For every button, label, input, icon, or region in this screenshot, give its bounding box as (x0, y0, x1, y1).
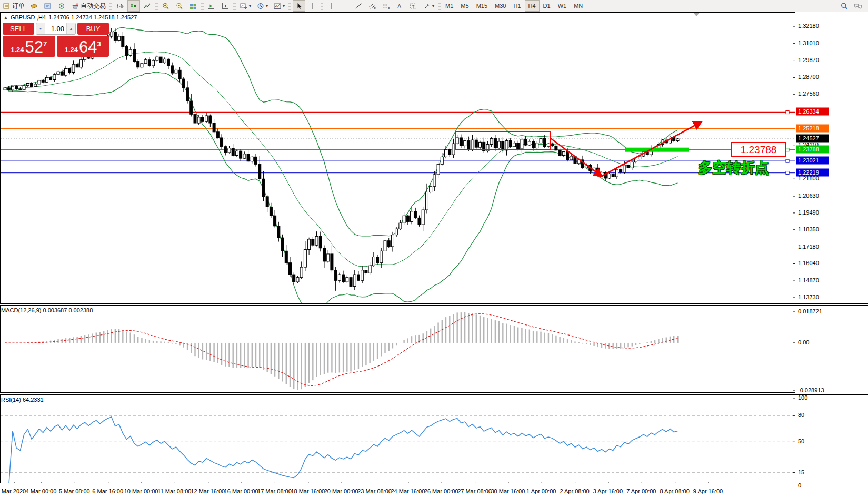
volume-down-arrow-icon[interactable]: ▼ (36, 23, 45, 34)
indicators-button[interactable]: ▾ (271, 0, 287, 12)
candlestick-chart[interactable] (1, 13, 795, 303)
cursor-button[interactable] (293, 0, 305, 12)
zoom-out-icon (175, 2, 184, 10)
time-label: 9 Apr 16:00 (693, 488, 723, 494)
toolbar-grip[interactable] (201, 2, 204, 10)
signal-button[interactable] (55, 0, 68, 12)
search-icon (840, 2, 849, 10)
current-price-badge[interactable]: 1.24527 (796, 135, 829, 143)
editor-button[interactable] (42, 0, 54, 12)
toolbar-group-file: 订单自动交易 (0, 0, 108, 12)
tf-H1[interactable]: H1 (510, 0, 524, 12)
arrows-button[interactable]: ▾ (421, 0, 436, 12)
volume-value[interactable]: 1.00 (45, 23, 66, 34)
tf-H4[interactable]: H4 (525, 0, 540, 12)
equidistant-channel-button[interactable]: E (366, 0, 378, 12)
zoom-out-button[interactable] (173, 0, 186, 12)
chart-bars-button[interactable] (114, 0, 126, 12)
text-button[interactable]: A (393, 0, 406, 12)
macd-tick: 0.00 (798, 339, 809, 345)
sell-price-display[interactable]: 1.24 52 7 (3, 36, 55, 57)
macd-chart[interactable] (1, 306, 795, 392)
toolbar-grip[interactable] (155, 2, 158, 10)
svg-text:F: F (388, 7, 390, 10)
price-tick: 1.29870 (798, 57, 819, 63)
sell-button[interactable]: SELL (3, 23, 34, 35)
time-label: 24 Mar 16:00 (391, 488, 425, 494)
new-chart-button[interactable]: ▾ (237, 0, 253, 12)
chat-button[interactable] (852, 0, 864, 12)
price-callout[interactable]: 1.23788 (731, 142, 786, 157)
tf-M5[interactable]: M5 (457, 0, 472, 12)
level-price-badge[interactable]: 1.23788 (796, 145, 829, 153)
vertical-line-icon (327, 2, 335, 10)
tile-windows-icon (189, 2, 197, 10)
rsi-tick: 80 (798, 412, 804, 418)
buy-price-display[interactable]: 1.24 64 3 (57, 36, 109, 57)
auto-scroll-button[interactable] (219, 0, 232, 12)
level-price-badge[interactable]: 1.22219 (796, 168, 829, 176)
chart-shift-button[interactable] (205, 0, 218, 12)
editor-icon (44, 2, 52, 10)
toolbar-group-chart-type (113, 0, 154, 12)
horizontal-line-button[interactable] (338, 0, 351, 12)
autotrade-icon (71, 2, 79, 10)
tf-D1[interactable]: D1 (540, 0, 554, 12)
level-price-badge[interactable]: 1.23021 (796, 157, 829, 165)
equidistant-channel-icon: E (368, 2, 376, 10)
macd-label: MACD(12,26,9) 0.003687 0.002388 (1, 307, 93, 313)
trendline-button[interactable] (352, 0, 365, 12)
volume-stepper[interactable]: ▼ 1.00 ▲ (36, 23, 76, 35)
toolbar-grip[interactable] (233, 2, 236, 10)
crosshair-button[interactable] (306, 0, 319, 12)
level-price-badge[interactable]: 1.25218 (796, 124, 829, 132)
autotrading-button[interactable]: 自动交易 (69, 0, 108, 12)
tf-W1[interactable]: W1 (554, 0, 571, 12)
tf-M15[interactable]: M15 (473, 0, 491, 12)
auto-scroll-icon (221, 2, 230, 10)
price-tick: 1.17180 (798, 243, 819, 250)
toolbar-grip[interactable] (438, 2, 441, 10)
horizontal-line-icon (341, 2, 349, 10)
time-label: 17 Mar 08:00 (257, 488, 292, 494)
chevron-down-icon[interactable]: ▾ (432, 4, 434, 8)
tf-M30[interactable]: M30 (491, 0, 510, 12)
vertical-line-button[interactable] (325, 0, 337, 12)
chevron-down-icon[interactable]: ▾ (249, 4, 251, 8)
text-icon: A (395, 2, 404, 10)
time-label: 12 Mar 16:00 (191, 488, 225, 494)
tile-windows-button[interactable] (187, 0, 199, 12)
macd-pane[interactable] (0, 306, 795, 393)
time-label: 10 Mar 00:00 (124, 488, 158, 494)
toolbar-grip[interactable] (288, 2, 291, 10)
toolbar-group-objects: ▾▾▾ (237, 0, 287, 12)
periods-button[interactable]: ▾ (254, 0, 270, 12)
chart-shift-icon (207, 2, 216, 10)
zoom-in-button[interactable] (159, 0, 172, 12)
tf-MN[interactable]: MN (570, 0, 586, 12)
chevron-down-icon[interactable]: ▾ (266, 4, 268, 8)
chevron-down-icon[interactable]: ▾ (283, 4, 285, 8)
tag-button[interactable] (28, 0, 41, 12)
toolbar-grip[interactable] (321, 2, 323, 10)
chart-candles-button[interactable] (127, 0, 140, 12)
fibonacci-button[interactable]: F (380, 0, 392, 12)
chart-line-button[interactable] (141, 0, 154, 12)
main-chart-pane[interactable] (0, 12, 795, 303)
time-label: Mar 2020 (2, 488, 26, 494)
text-label-button[interactable]: T (407, 0, 420, 12)
buy-button[interactable]: BUY (77, 23, 109, 35)
rsi-pane[interactable] (0, 395, 795, 483)
rsi-chart[interactable] (1, 395, 795, 483)
level-price-badge[interactable]: 1.26334 (796, 108, 829, 116)
toolbar-right (837, 0, 865, 12)
annotation-text[interactable]: 多空转折点 (698, 158, 769, 177)
volume-up-arrow-icon[interactable]: ▲ (66, 23, 75, 34)
svg-text:T: T (412, 4, 415, 8)
time-label: 5 Mar 08:00 (59, 488, 90, 494)
toolbar-grip[interactable] (109, 2, 112, 10)
search-button[interactable] (838, 0, 851, 12)
new-order-button[interactable]: 订单 (1, 0, 27, 12)
tf-M1[interactable]: M1 (442, 0, 457, 12)
time-label: 2 Apr 08:00 (560, 488, 589, 494)
